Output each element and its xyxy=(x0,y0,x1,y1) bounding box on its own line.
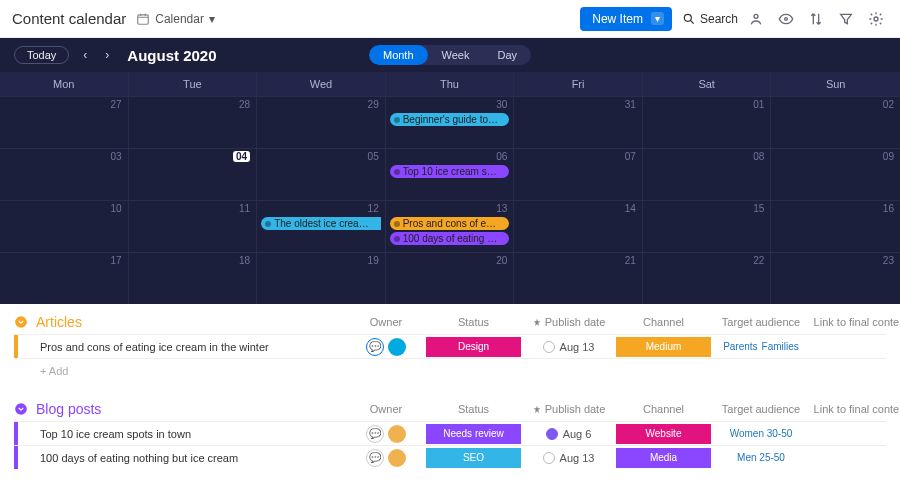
next-month-button[interactable]: › xyxy=(101,48,113,62)
item-name[interactable]: Pros and cons of eating ice cream in the… xyxy=(36,341,346,353)
sort-icon[interactable] xyxy=(808,11,828,27)
group-title[interactable]: Articles xyxy=(36,314,346,330)
item-name[interactable]: 100 days of eating nothing but ice cream xyxy=(36,452,346,464)
channel-cell[interactable]: Medium xyxy=(616,337,711,357)
day-cell[interactable]: 21 xyxy=(514,252,643,304)
eye-icon[interactable] xyxy=(778,11,798,27)
chevron-down-icon[interactable]: ▾ xyxy=(651,12,664,25)
week-row: 101112The oldest ice crea…13Pros and con… xyxy=(0,200,900,252)
table-row[interactable]: Top 10 ice cream spots in town💬Needs rev… xyxy=(14,421,886,445)
calendar-event[interactable]: Pros and cons of e… xyxy=(390,217,510,230)
today-button[interactable]: Today xyxy=(14,46,69,64)
column-header[interactable]: Status xyxy=(426,403,521,415)
day-cell[interactable]: 07 xyxy=(514,148,643,200)
range-option-month[interactable]: Month xyxy=(369,45,428,65)
audience-tag[interactable]: Men 25-50 xyxy=(737,452,785,463)
table-row[interactable]: Pros and cons of eating ice cream in the… xyxy=(14,334,886,358)
group-collapse-toggle[interactable] xyxy=(14,315,36,329)
new-item-button[interactable]: New Item ▾ xyxy=(580,7,672,31)
range-option-day[interactable]: Day xyxy=(483,45,531,65)
owner-cell[interactable]: 💬 xyxy=(346,338,426,356)
day-cell[interactable]: 17 xyxy=(0,252,129,304)
filter-icon[interactable] xyxy=(838,11,858,27)
calendar-event[interactable]: Top 10 ice cream s… xyxy=(390,165,510,178)
column-header[interactable]: Target audience xyxy=(711,403,811,415)
day-cell[interactable]: 14 xyxy=(514,200,643,252)
status-cell[interactable]: Needs review xyxy=(426,424,521,444)
owner-cell[interactable]: 💬 xyxy=(346,425,426,443)
day-cell[interactable]: 31 xyxy=(514,96,643,148)
column-header[interactable]: Owner xyxy=(346,403,426,415)
audience-cell[interactable]: Men 25-50 xyxy=(711,452,811,463)
column-header[interactable]: Target audience xyxy=(711,316,811,328)
calendar-event[interactable]: Beginner's guide to… xyxy=(390,113,510,126)
column-header[interactable]: Owner xyxy=(346,316,426,328)
channel-cell[interactable]: Website xyxy=(616,424,711,444)
audience-cell[interactable]: Women 30-50 xyxy=(711,428,811,439)
day-cell[interactable]: 16 xyxy=(771,200,900,252)
day-cell[interactable]: 15 xyxy=(643,200,772,252)
calendar-event[interactable]: 100 days of eating … xyxy=(390,232,510,245)
day-cell[interactable]: 05 xyxy=(257,148,386,200)
avatar[interactable] xyxy=(388,449,406,467)
audience-tag[interactable]: Parents xyxy=(723,341,757,352)
day-cell[interactable]: 09 xyxy=(771,148,900,200)
day-cell[interactable]: 04 xyxy=(129,148,258,200)
column-header[interactable]: Link to final content xyxy=(811,316,900,328)
day-cell[interactable]: 20 xyxy=(386,252,515,304)
audience-tag[interactable]: Women 30-50 xyxy=(730,428,793,439)
column-header[interactable]: Publish date xyxy=(521,316,616,328)
person-icon[interactable] xyxy=(748,11,768,27)
day-number: 12 xyxy=(368,203,379,214)
day-cell[interactable]: 29 xyxy=(257,96,386,148)
day-cell[interactable]: 03 xyxy=(0,148,129,200)
day-cell[interactable]: 11 xyxy=(129,200,258,252)
day-cell[interactable]: 02 xyxy=(771,96,900,148)
gear-icon[interactable] xyxy=(868,11,888,27)
audience-tag[interactable]: Families xyxy=(762,341,799,352)
table-row[interactable]: 100 days of eating nothing but ice cream… xyxy=(14,445,886,469)
column-header[interactable]: Publish date xyxy=(521,403,616,415)
prev-month-button[interactable]: ‹ xyxy=(79,48,91,62)
status-cell[interactable]: SEO xyxy=(426,448,521,468)
day-cell[interactable]: 30Beginner's guide to… xyxy=(386,96,515,148)
day-cell[interactable]: 06Top 10 ice cream s… xyxy=(386,148,515,200)
status-cell[interactable]: Design xyxy=(426,337,521,357)
search-button[interactable]: Search xyxy=(682,12,738,26)
day-cell[interactable]: 23 xyxy=(771,252,900,304)
day-cell[interactable]: 12The oldest ice crea… xyxy=(257,200,386,252)
day-cell[interactable]: 18 xyxy=(129,252,258,304)
column-header[interactable]: Link to final content xyxy=(811,403,900,415)
chat-icon[interactable]: 💬 xyxy=(366,449,384,467)
column-header[interactable]: Status xyxy=(426,316,521,328)
audience-cell[interactable]: ParentsFamilies xyxy=(711,341,811,352)
group-title[interactable]: Blog posts xyxy=(36,401,346,417)
avatar[interactable] xyxy=(388,425,406,443)
publish-date-cell[interactable]: Aug 13 xyxy=(521,452,616,464)
column-header[interactable]: Channel xyxy=(616,316,711,328)
day-cell[interactable]: 28 xyxy=(129,96,258,148)
range-option-week[interactable]: Week xyxy=(428,45,484,65)
publish-date-cell[interactable]: Aug 6 xyxy=(521,428,616,440)
calendar-event[interactable]: The oldest ice crea… xyxy=(261,217,381,230)
item-name[interactable]: Top 10 ice cream spots in town xyxy=(36,428,346,440)
view-switcher[interactable]: Calendar ▾ xyxy=(136,12,215,26)
group-collapse-toggle[interactable] xyxy=(14,402,36,416)
column-header[interactable]: Channel xyxy=(616,403,711,415)
day-cell[interactable]: 22 xyxy=(643,252,772,304)
day-cell[interactable]: 27 xyxy=(0,96,129,148)
chat-icon[interactable]: 💬 xyxy=(366,338,384,356)
day-cell[interactable]: 08 xyxy=(643,148,772,200)
chat-icon[interactable]: 💬 xyxy=(366,425,384,443)
day-cell[interactable]: 10 xyxy=(0,200,129,252)
owner-cell[interactable]: 💬 xyxy=(346,449,426,467)
svg-point-6 xyxy=(15,403,27,415)
day-cell[interactable]: 19 xyxy=(257,252,386,304)
channel-cell[interactable]: Media xyxy=(616,448,711,468)
add-item-row[interactable]: + Add xyxy=(14,358,886,383)
avatar[interactable] xyxy=(388,338,406,356)
calendar-panel: Today ‹ › August 2020 MonthWeekDay MonTu… xyxy=(0,38,900,304)
day-cell[interactable]: 01 xyxy=(643,96,772,148)
day-cell[interactable]: 13Pros and cons of e…100 days of eating … xyxy=(386,200,515,252)
publish-date-cell[interactable]: Aug 13 xyxy=(521,341,616,353)
